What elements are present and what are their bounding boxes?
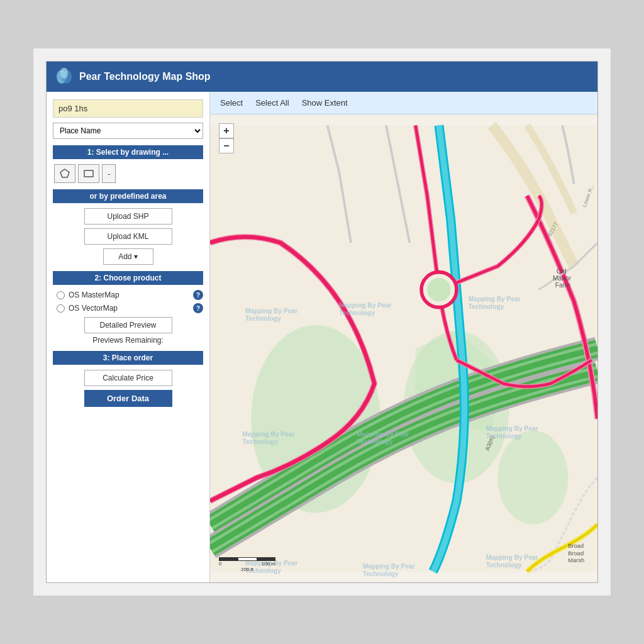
svg-text:Technology: Technology xyxy=(363,570,399,577)
upload-kml-button[interactable]: Upload KML xyxy=(84,228,172,245)
svg-text:Technology: Technology xyxy=(486,562,522,569)
svg-point-11 xyxy=(427,278,450,301)
map-toolbar: Select Select All Show Extent xyxy=(210,92,597,114)
logo-icon xyxy=(55,68,73,86)
svg-text:Mapping By Pear: Mapping By Pear xyxy=(242,431,294,438)
svg-text:Mapping By Pear: Mapping By Pear xyxy=(469,296,521,303)
predefined-header: or by predefined area xyxy=(53,189,203,203)
svg-text:Broad: Broad xyxy=(568,550,584,557)
mastermap-help-icon[interactable]: ? xyxy=(193,290,203,300)
svg-text:Technology: Technology xyxy=(242,438,278,445)
svg-text:Mapping By Pear: Mapping By Pear xyxy=(486,554,538,561)
svg-text:Marsh: Marsh xyxy=(568,557,584,564)
svg-text:Mapping By Pear: Mapping By Pear xyxy=(486,425,538,432)
add-button[interactable]: Add ▾ xyxy=(103,248,153,265)
svg-text:Old: Old xyxy=(557,268,567,275)
left-panel: Place Name Postcode Grid Ref 1: Select b… xyxy=(47,92,210,582)
polygon-draw-button[interactable] xyxy=(54,164,75,183)
select-button[interactable]: Select xyxy=(220,97,243,109)
svg-text:Technology: Technology xyxy=(469,303,504,310)
svg-text:Farm: Farm xyxy=(555,282,570,289)
dropdown-row: Place Name Postcode Grid Ref xyxy=(53,123,203,139)
os-vectormap-row: OS VectorMap ? xyxy=(53,303,203,313)
svg-text:Manor: Manor xyxy=(553,275,572,282)
svg-text:Technology: Technology xyxy=(245,315,281,322)
svg-text:Broad: Broad xyxy=(568,543,584,549)
svg-text:Mapping By Pear: Mapping By Pear xyxy=(363,563,415,570)
svg-text:Mapping By Pear: Mapping By Pear xyxy=(245,308,297,314)
zoom-out-button[interactable]: − xyxy=(219,138,234,153)
os-mastermap-label: OS MasterMap xyxy=(69,291,189,299)
map-area[interactable]: A3(m) B2177 Lower R... Mapping By Pear T… xyxy=(210,114,597,582)
order-data-button[interactable]: Order Data xyxy=(84,390,172,407)
zoom-in-button[interactable]: + xyxy=(219,123,234,138)
vectormap-help-icon[interactable]: ? xyxy=(193,303,203,313)
select-all-button[interactable]: Select All xyxy=(255,97,289,109)
os-mastermap-radio[interactable] xyxy=(57,291,65,299)
zoom-controls: + − xyxy=(219,123,234,153)
os-vectormap-radio[interactable] xyxy=(57,304,65,313)
upload-shp-button[interactable]: Upload SHP xyxy=(84,208,172,225)
svg-marker-3 xyxy=(60,169,69,177)
detailed-preview-button[interactable]: Detailed Preview xyxy=(84,317,172,333)
right-panel: Select Select All Show Extent xyxy=(210,92,597,582)
svg-text:Mapping By Pear: Mapping By Pear xyxy=(339,302,391,309)
polygon-icon xyxy=(59,168,70,179)
app-body: Place Name Postcode Grid Ref 1: Select b… xyxy=(47,92,597,582)
svg-rect-4 xyxy=(84,170,93,177)
place-order-header: 3: Place order xyxy=(53,351,203,365)
svg-text:Technology: Technology xyxy=(339,309,375,316)
svg-text:Technology: Technology xyxy=(357,438,392,445)
map-svg: A3(m) B2177 Lower R... Mapping By Pear T… xyxy=(210,114,597,582)
svg-text:Technology: Technology xyxy=(486,433,522,440)
place-name-dropdown[interactable]: Place Name Postcode Grid Ref xyxy=(53,123,203,139)
calculate-price-button[interactable]: Calculate Price xyxy=(84,370,172,386)
outer-wrapper: Pear Technology Map Shop Place Name Post… xyxy=(33,48,611,596)
rectangle-draw-button[interactable] xyxy=(78,164,99,183)
svg-point-9 xyxy=(497,431,568,525)
rectangle-icon xyxy=(83,168,94,179)
os-vectormap-label: OS VectorMap xyxy=(69,304,189,313)
app-header: Pear Technology Map Shop xyxy=(47,62,597,92)
choose-product-header: 2: Choose product xyxy=(53,271,203,285)
app-container: Pear Technology Map Shop Place Name Post… xyxy=(46,61,598,583)
section1-header: 1: Select by drawing ... xyxy=(53,145,203,159)
draw-tools: - xyxy=(53,164,203,183)
scale-bar: 0100 m 200 ft xyxy=(219,557,275,572)
svg-text:Mapping By Pear: Mapping By Pear xyxy=(357,431,409,438)
app-title: Pear Technology Map Shop xyxy=(79,71,211,82)
search-input[interactable] xyxy=(53,99,203,118)
draw-minus-button[interactable]: - xyxy=(102,164,116,183)
show-extent-button[interactable]: Show Extent xyxy=(302,97,348,109)
os-mastermap-row: OS MasterMap ? xyxy=(53,290,203,300)
previews-remaining-label: Previews Remaining: xyxy=(53,336,203,345)
